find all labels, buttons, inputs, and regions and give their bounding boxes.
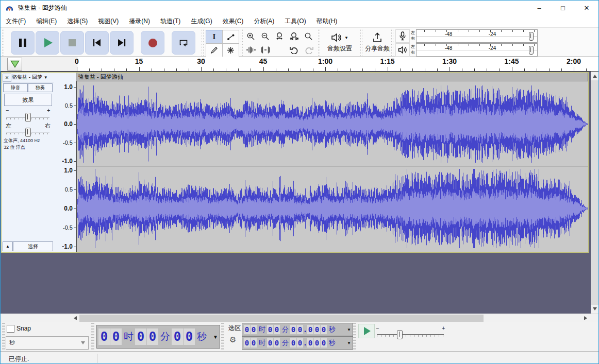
audio-setup-button[interactable]: ▼ 音频设置 bbox=[321, 31, 358, 55]
vertical-scrollbar-thumb[interactable] bbox=[591, 80, 599, 305]
close-button[interactable]: ✕ bbox=[575, 1, 598, 15]
share-audio-button[interactable]: 分享音频 bbox=[363, 31, 391, 55]
time-digit[interactable]: 0 bbox=[297, 325, 303, 334]
recording-meter-mic-button[interactable] bbox=[395, 29, 410, 43]
menu-item-1[interactable]: 编辑(E) bbox=[31, 15, 62, 27]
zoom-toggle-button[interactable] bbox=[302, 30, 315, 43]
time-digit[interactable]: 0 bbox=[274, 338, 280, 348]
play-at-speed-button[interactable] bbox=[358, 324, 375, 338]
zoom-out-button[interactable] bbox=[258, 30, 272, 43]
gear-icon[interactable]: ⚙ bbox=[229, 335, 236, 344]
snap-unit-combobox[interactable]: 秒 bbox=[6, 336, 89, 350]
time-digit[interactable]: 0 bbox=[314, 338, 320, 348]
play-button[interactable] bbox=[36, 31, 59, 55]
time-digit[interactable]: 0 bbox=[251, 338, 257, 348]
toolbar-grip[interactable] bbox=[391, 29, 394, 56]
zoom-fit-button[interactable] bbox=[287, 30, 301, 43]
time-digit[interactable]: 0 bbox=[172, 328, 183, 345]
loop-region-button[interactable] bbox=[7, 58, 22, 71]
time-digit[interactable]: 0 bbox=[290, 325, 296, 334]
track-select-button[interactable]: 选择 bbox=[13, 241, 53, 251]
trim-audio-button[interactable] bbox=[244, 43, 258, 56]
time-digit[interactable]: 0 bbox=[184, 328, 195, 345]
redo-button[interactable] bbox=[302, 43, 315, 56]
time-digit[interactable]: 0 bbox=[297, 338, 303, 348]
menu-item-6[interactable]: 生成(G) bbox=[186, 15, 217, 27]
track-close-button[interactable]: ✕ bbox=[3, 74, 11, 82]
menu-item-8[interactable]: 分析(A) bbox=[248, 15, 279, 27]
time-digit[interactable]: 0 bbox=[314, 325, 320, 334]
gain-slider-thumb[interactable] bbox=[25, 113, 31, 122]
time-digit[interactable]: 0 bbox=[321, 338, 327, 348]
minimize-button[interactable]: – bbox=[527, 1, 551, 15]
undo-button[interactable] bbox=[287, 43, 301, 56]
dropdown-icon[interactable]: ▼ bbox=[347, 327, 351, 332]
zoom-to-selection-button[interactable] bbox=[273, 30, 287, 43]
vertical-scrollbar[interactable] bbox=[591, 72, 599, 314]
maximize-button[interactable]: □ bbox=[551, 1, 575, 15]
solo-button[interactable]: 独奏 bbox=[28, 83, 53, 92]
timeline-ruler[interactable]: 01530451:001:151:301:452:00 bbox=[1, 57, 598, 72]
horizontal-scrollbar-thumb[interactable] bbox=[79, 315, 484, 322]
scroll-up-icon[interactable] bbox=[593, 75, 597, 78]
skip-to-end-button[interactable] bbox=[110, 31, 134, 55]
time-digit[interactable]: 0 bbox=[110, 328, 122, 345]
menu-item-5[interactable]: 轨道(T) bbox=[155, 15, 186, 27]
menu-item-9[interactable]: 工具(O) bbox=[279, 15, 311, 27]
pause-button[interactable] bbox=[11, 31, 35, 55]
scroll-right-icon[interactable] bbox=[584, 316, 587, 320]
toolbar-grip[interactable] bbox=[353, 323, 356, 350]
scroll-down-icon[interactable] bbox=[593, 307, 597, 310]
time-digit[interactable]: 0 bbox=[307, 338, 313, 348]
time-digit[interactable]: . bbox=[304, 325, 307, 334]
toolbar-grip[interactable] bbox=[221, 323, 224, 350]
selection-end-field[interactable]: 00时00分00.000秒▼ bbox=[242, 336, 353, 350]
time-digit[interactable]: 0 bbox=[135, 328, 146, 345]
time-digit[interactable]: 0 bbox=[321, 325, 327, 334]
effects-button[interactable]: 效果 bbox=[4, 94, 52, 106]
toolbar-grip[interactable] bbox=[91, 323, 94, 350]
time-digit[interactable]: 0 bbox=[274, 325, 280, 334]
menu-item-7[interactable]: 效果(C) bbox=[218, 15, 249, 27]
time-digit[interactable]: . bbox=[304, 338, 307, 348]
scroll-left-icon[interactable] bbox=[74, 316, 77, 320]
audio-position-field[interactable]: 00时00分00秒▼ bbox=[96, 325, 220, 349]
silence-audio-button[interactable] bbox=[258, 43, 272, 56]
zoom-in-button[interactable] bbox=[244, 30, 258, 43]
time-digit[interactable]: 0 bbox=[98, 328, 110, 345]
playback-meter-speaker-button[interactable] bbox=[395, 43, 410, 57]
toolbar-grip[interactable] bbox=[2, 29, 5, 56]
time-digit[interactable]: 0 bbox=[267, 338, 273, 348]
speed-slider-thumb[interactable] bbox=[397, 330, 403, 339]
mute-button[interactable]: 静音 bbox=[3, 83, 28, 92]
waveform-canvas[interactable] bbox=[76, 81, 588, 252]
snap-checkbox[interactable] bbox=[7, 325, 14, 333]
clip-header[interactable]: 骆集益 - 回梦游仙 bbox=[76, 73, 588, 81]
pan-slider-thumb[interactable] bbox=[25, 128, 31, 137]
recording-meter[interactable]: -48 -24 bbox=[416, 29, 538, 43]
menu-item-10[interactable]: 帮助(H) bbox=[311, 15, 343, 27]
menu-item-4[interactable]: 播录(N) bbox=[124, 15, 155, 27]
time-digit[interactable]: 0 bbox=[307, 325, 313, 334]
horizontal-scrollbar[interactable] bbox=[1, 314, 599, 322]
time-digit[interactable]: 0 bbox=[251, 325, 257, 334]
menu-item-0[interactable]: 文件(F) bbox=[1, 15, 31, 27]
skip-to-start-button[interactable] bbox=[85, 31, 109, 55]
dropdown-icon[interactable]: ▼ bbox=[347, 341, 351, 345]
time-digit[interactable]: 0 bbox=[267, 325, 273, 334]
playback-meter[interactable]: -48 -24 bbox=[416, 43, 538, 57]
record-button[interactable] bbox=[141, 31, 164, 55]
envelope-tool-button[interactable] bbox=[222, 30, 239, 44]
time-digit[interactable]: 0 bbox=[244, 338, 250, 348]
vertical-scale-ruler[interactable]: 1.00.50.0-0.5-1.01.00.50.0-0.5-1.0 bbox=[54, 73, 76, 252]
toolbar-grip[interactable] bbox=[2, 323, 5, 350]
draw-tool-button[interactable] bbox=[206, 43, 223, 57]
track-name[interactable]: 骆集益 - 回梦 ▼ bbox=[12, 74, 53, 81]
selection-tool-button[interactable]: I bbox=[206, 30, 223, 44]
time-digit[interactable]: 0 bbox=[244, 325, 250, 334]
stop-button[interactable] bbox=[60, 31, 84, 55]
selection-start-field[interactable]: 00时00分00.000秒▼ bbox=[242, 323, 353, 336]
toolbar-grip[interactable] bbox=[202, 29, 205, 56]
collapse-track-button[interactable]: ▲ bbox=[3, 241, 13, 251]
time-digit[interactable]: 0 bbox=[147, 328, 158, 345]
